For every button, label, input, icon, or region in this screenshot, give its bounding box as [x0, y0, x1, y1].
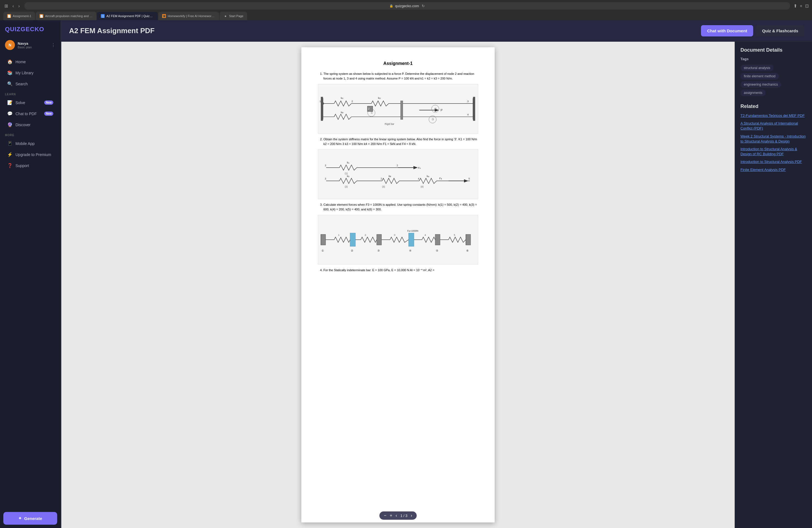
- doc-details-title: Document Details: [740, 47, 807, 53]
- browser-controls: ⊞ ‹ ›: [3, 2, 21, 10]
- generate-button[interactable]: ✦ Generate: [3, 512, 57, 525]
- svg-rect-2: [473, 97, 475, 121]
- zoom-out-btn[interactable]: −: [384, 513, 387, 518]
- tag-structural-analysis: structural analysis: [740, 64, 773, 71]
- tabs-bar: 📄Assignment-1📄Aircraft propulsion matchi…: [3, 12, 809, 20]
- sidebar-logo: QUIZGECKO: [0, 20, 60, 37]
- browser-tab-t4[interactable]: 🎓Homeworkify | Free AI Homework Helper: [158, 12, 219, 20]
- pdf-viewer[interactable]: Assignment-1 The spring system as shown …: [61, 42, 735, 528]
- tags-title: Tags: [740, 57, 807, 61]
- related-link-3[interactable]: Introduction to Structural Analysis & De…: [740, 147, 807, 157]
- url-text: quizgecko.com: [395, 4, 419, 8]
- svg-text:3: 3: [467, 100, 468, 103]
- spring-diagram-1: k₁ 1 2 2 k₂: [318, 84, 478, 134]
- svg-rect-56: [409, 233, 414, 246]
- svg-text:5: 5: [454, 234, 455, 236]
- svg-text:2: 2: [365, 234, 366, 236]
- svg-text:2: 2: [351, 100, 353, 103]
- sidebar-item-support[interactable]: ❓Support: [2, 160, 58, 171]
- sidebar-item-chat-to-pdf[interactable]: 💬Chat to PDFNew: [2, 108, 58, 119]
- tab-label: Aircraft propulsion matching and off des…: [45, 14, 92, 18]
- related-link-2[interactable]: Week 2 Structural Systems - Introduction…: [740, 134, 807, 144]
- svg-text:1: 1: [320, 100, 321, 103]
- tab-label: Start Page: [229, 14, 243, 18]
- sidebar-item-mobile-app[interactable]: 📱Mobile App: [2, 138, 58, 149]
- related-link-4[interactable]: Introduction to Structural Analysis PDF: [740, 159, 807, 164]
- svg-text:3: 3: [325, 164, 326, 167]
- prev-page-btn[interactable]: ‹: [395, 513, 397, 518]
- svg-rect-57: [435, 234, 440, 245]
- page-indicator: 1 / 3: [401, 514, 407, 518]
- tab-label: A2 FEM Assignment PDF | Quizgecko: [106, 14, 154, 18]
- user-name: Navya: [18, 41, 48, 46]
- svg-text:2: 2: [396, 164, 398, 167]
- svg-text:⑥: ⑥: [466, 249, 469, 252]
- svg-text:F₁: F₁: [418, 166, 421, 169]
- browser-chrome: ⊞ ‹ › 🔒 quizgecko.com ↻ ⬆ + ⊡ 📄Assignmen…: [0, 0, 812, 20]
- svg-text:k₂: k₂: [378, 97, 381, 99]
- user-info: Navya Basic plan: [18, 41, 48, 49]
- browser-tab-t1[interactable]: 📄Assignment-1: [3, 12, 35, 20]
- sidebar-user: N Navya Basic plan ⋮: [0, 37, 60, 53]
- sidebar-item-discover[interactable]: 🔮Discover: [2, 119, 58, 130]
- svg-text:3: 3: [325, 177, 326, 180]
- sidebar-item-label: Home: [15, 60, 26, 64]
- sidebar-item-home[interactable]: 🏠Home: [2, 56, 58, 67]
- generate-label: Generate: [24, 516, 42, 521]
- sidebar-item-solve[interactable]: 📝SolveNew: [2, 97, 58, 108]
- doc-title: A2 FEM Assignment PDF: [69, 27, 155, 35]
- browser-back-btn[interactable]: ‹: [11, 2, 15, 10]
- svg-text:F₃=1000N: F₃=1000N: [407, 230, 418, 232]
- nav-section-more-section: MORE: [0, 130, 60, 138]
- tags-container: structural analysisfinite element method…: [740, 64, 807, 97]
- svg-text:②: ②: [434, 107, 437, 111]
- doc-details-section: Document Details Tags structural analysi…: [740, 47, 807, 97]
- related-link-5[interactable]: Finite Element Analysis PDF: [740, 167, 807, 172]
- related-link-0[interactable]: T2-Fundamentos Teóricos del MEF PDF: [740, 113, 807, 118]
- nav-section-learn-section: LEARN: [0, 89, 60, 97]
- pdf-page: Assignment-1 The spring system as shown …: [301, 47, 495, 523]
- svg-text:k₃: k₃: [389, 175, 391, 178]
- right-panel: Document Details Tags structural analysi…: [735, 42, 812, 528]
- zoom-in-btn[interactable]: +: [390, 513, 392, 518]
- chat-document-button[interactable]: Chat with Document: [701, 25, 753, 36]
- pdf-question-2: Obtain the system stiffness matrix for t…: [318, 137, 478, 146]
- svg-point-6: [322, 102, 324, 105]
- logo-text: QUIZGECKO: [5, 26, 56, 33]
- next-page-btn[interactable]: ›: [411, 513, 412, 518]
- address-bar[interactable]: 🔒 quizgecko.com ↻: [24, 2, 790, 10]
- sidebar-item-search[interactable]: 🔍Search: [2, 78, 58, 89]
- sidebar-item-label: Mobile App: [15, 142, 34, 146]
- sidebar-toggle-btn[interactable]: ⊞: [3, 2, 9, 10]
- share-btn[interactable]: ⬆: [794, 3, 797, 9]
- tab-label: Homeworkify | Free AI Homework Helper: [168, 14, 215, 18]
- related-section: Related T2-Fundamentos Teóricos del MEF …: [740, 104, 807, 172]
- svg-text:(3): (3): [382, 185, 385, 188]
- doc-header-actions: Chat with Document Quiz & Flashcards: [701, 25, 804, 36]
- svg-text:k₃: k₃: [341, 111, 343, 114]
- svg-text:k₁: k₁: [347, 161, 349, 164]
- tabs-overview-btn[interactable]: ⊡: [805, 3, 809, 9]
- quiz-flashcards-button[interactable]: Quiz & Flashcards: [756, 25, 804, 36]
- svg-text:2: 2: [381, 177, 382, 180]
- svg-text:③: ③: [377, 249, 380, 252]
- related-link-1[interactable]: A Structural Analysis of International C…: [740, 121, 807, 131]
- pdf-question-4-partial: For the Statically indeterminate bar: E …: [318, 268, 478, 273]
- new-tab-btn[interactable]: +: [800, 3, 802, 9]
- svg-rect-0: [321, 97, 323, 121]
- tag-engineering-mechanics: engineering mechanics: [740, 81, 781, 88]
- browser-tab-t5[interactable]: ★Start Page: [220, 12, 247, 20]
- svg-text:1: 1: [338, 234, 339, 236]
- user-menu-btn[interactable]: ⋮: [51, 43, 56, 48]
- sidebar-item-upgrade[interactable]: ⚡Upgrade to Premium: [2, 149, 58, 160]
- spring-diagram-2: k₁ F₁ (1) 3 2: [318, 149, 478, 199]
- browser-tab-t2[interactable]: 📄Aircraft propulsion matching and off de…: [35, 12, 97, 20]
- sidebar-item-label: Solve: [15, 101, 25, 105]
- browser-tab-t3[interactable]: QA2 FEM Assignment PDF | Quizgecko: [97, 12, 158, 20]
- user-plan: Basic plan: [18, 46, 48, 49]
- sidebar-item-my-library[interactable]: 📚My Library: [2, 68, 58, 78]
- sidebar-item-label: Support: [15, 163, 29, 168]
- browser-forward-btn[interactable]: ›: [17, 2, 21, 10]
- svg-text:(2): (2): [345, 185, 348, 188]
- main-content: A2 FEM Assignment PDF Chat with Document…: [61, 20, 812, 528]
